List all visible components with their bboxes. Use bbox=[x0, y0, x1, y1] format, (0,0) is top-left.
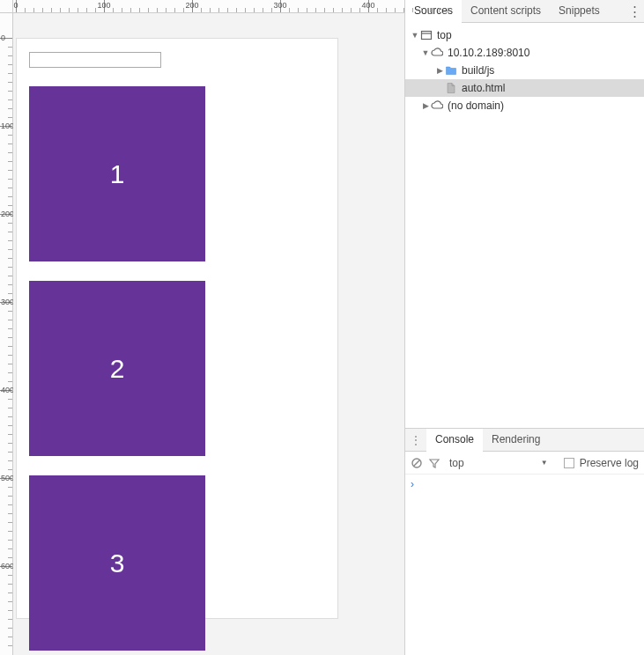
ruler-tick-label: 200 bbox=[1, 210, 14, 218]
console-input[interactable]: › bbox=[405, 475, 644, 655]
svg-rect-0 bbox=[422, 32, 432, 40]
file-tree[interactable]: ▼ top ▼ 10.10.2.189:8010 ▶ build/js bbox=[405, 23, 644, 428]
svg-line-3 bbox=[414, 460, 419, 465]
frame-icon bbox=[419, 28, 433, 42]
context-label: top bbox=[449, 457, 464, 469]
folder-icon bbox=[444, 63, 458, 77]
ruler-tick-label: 600 bbox=[1, 562, 14, 570]
cloud-icon bbox=[430, 46, 444, 60]
canvas-area[interactable]: 1 2 3 bbox=[13, 13, 404, 655]
ruler-tick-label: 0 bbox=[1, 33, 5, 42]
collapse-icon[interactable]: ▼ bbox=[421, 48, 430, 57]
tree-label: auto.html bbox=[462, 82, 505, 94]
tree-label: 10.10.2.189:8010 bbox=[448, 47, 529, 59]
preserve-log-label: Preserve log bbox=[580, 457, 639, 469]
expand-icon[interactable]: ▶ bbox=[435, 66, 444, 75]
purple-box-2[interactable]: 2 bbox=[29, 281, 205, 456]
ruler-tick-label: 300 bbox=[1, 298, 14, 306]
prompt-icon: › bbox=[411, 478, 414, 490]
cloud-icon bbox=[430, 99, 444, 113]
preserve-log-checkbox[interactable] bbox=[564, 458, 574, 468]
box-label: 1 bbox=[110, 159, 125, 189]
tree-node-domain[interactable]: ▼ 10.10.2.189:8010 bbox=[405, 44, 644, 62]
ruler-tick-label: 300 bbox=[273, 1, 286, 10]
page-content: 1 2 3 bbox=[16, 38, 338, 619]
expand-icon[interactable]: ▶ bbox=[421, 101, 430, 110]
filter-icon[interactable] bbox=[428, 457, 440, 469]
ruler-corner bbox=[0, 0, 13, 13]
dropdown-icon[interactable]: ▼ bbox=[541, 459, 548, 467]
ruler-tick-label: 400 bbox=[361, 1, 374, 10]
collapse-icon[interactable]: ▼ bbox=[411, 31, 419, 40]
context-selector[interactable]: top bbox=[446, 457, 468, 469]
console-drawer: ⋮ Console Rendering top ▼ Preserve log › bbox=[405, 428, 644, 655]
purple-box-3[interactable]: 3 bbox=[29, 475, 205, 651]
ruler-tick-label: 500 bbox=[1, 474, 14, 482]
ruler-tick-label: 0 bbox=[13, 1, 18, 10]
box-label: 3 bbox=[110, 548, 125, 578]
design-viewport: 0100200300400 0100200300400500600 1 2 3 bbox=[0, 0, 404, 655]
vertical-ruler[interactable]: 0100200300400500600 bbox=[0, 13, 13, 655]
ruler-tick-label: 400 bbox=[1, 386, 14, 394]
ruler-tick-label: 100 bbox=[97, 1, 110, 10]
tree-label: top bbox=[437, 29, 452, 41]
tree-node-file-selected[interactable]: auto.html bbox=[405, 79, 644, 97]
text-input[interactable] bbox=[29, 52, 161, 68]
tab-sources[interactable]: Sources bbox=[405, 0, 462, 23]
tree-node-top[interactable]: ▼ top bbox=[405, 26, 644, 44]
tree-node-folder[interactable]: ▶ build/js bbox=[405, 62, 644, 79]
file-icon bbox=[444, 81, 458, 95]
tree-node-no-domain[interactable]: ▶ (no domain) bbox=[405, 97, 644, 114]
devtools-panel: Sources Content scripts Snippets ⋮ ▼ top… bbox=[404, 0, 644, 655]
ruler-tick-label: 100 bbox=[1, 121, 14, 130]
console-tab-bar: ⋮ Console Rendering bbox=[405, 429, 644, 452]
tree-label: build/js bbox=[462, 64, 494, 77]
console-toolbar: top ▼ Preserve log bbox=[405, 452, 644, 475]
horizontal-ruler[interactable]: 0100200300400 bbox=[13, 0, 404, 13]
drawer-menu-icon[interactable]: ⋮ bbox=[405, 429, 426, 451]
tab-rendering[interactable]: Rendering bbox=[483, 429, 549, 451]
box-label: 2 bbox=[110, 354, 125, 384]
sources-tab-bar: Sources Content scripts Snippets ⋮ bbox=[405, 0, 644, 23]
clear-console-icon[interactable] bbox=[411, 457, 423, 469]
tree-label: (no domain) bbox=[448, 99, 504, 112]
tab-content-scripts[interactable]: Content scripts bbox=[462, 0, 550, 22]
purple-box-1[interactable]: 1 bbox=[29, 86, 205, 261]
tab-console[interactable]: Console bbox=[426, 429, 483, 452]
ruler-tick-label: 200 bbox=[185, 1, 198, 10]
tab-snippets[interactable]: Snippets bbox=[550, 0, 609, 22]
more-options-icon[interactable]: ⋮ bbox=[625, 0, 644, 22]
